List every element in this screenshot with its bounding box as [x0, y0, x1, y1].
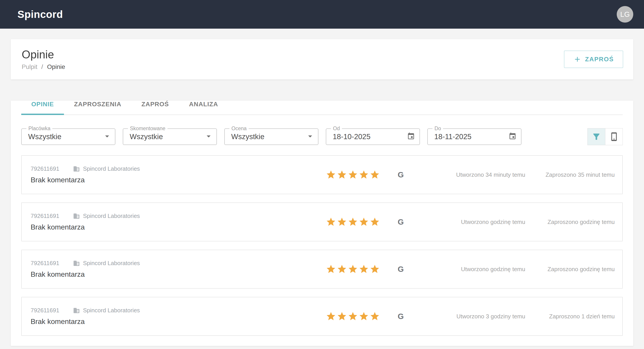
review-created-time: Utworzono godzinę temu [420, 266, 525, 273]
review-id: 792611691 [31, 213, 59, 219]
review-main: 792611691 Spincord Laboratories Brak kom… [31, 213, 326, 231]
filter-skomentowane-label: Skomentowane [128, 126, 168, 132]
review-invited-time: Zaproszono godzinę temu [525, 219, 615, 225]
calendar-icon[interactable] [407, 132, 415, 141]
star-rating [326, 264, 382, 274]
smartphone-icon [609, 132, 619, 141]
view-toggle-group [588, 128, 623, 145]
review-id: 792611691 [31, 307, 59, 314]
review-location: Spincord Laboratories [83, 213, 140, 219]
review-main: 792611691 Spincord Laboratories Brak kom… [31, 165, 326, 184]
filter-date-from-label: Od [331, 126, 342, 132]
page-title: Opinie [22, 48, 65, 61]
review-location: Spincord Laboratories [83, 260, 140, 267]
filter-skomentowane-select[interactable]: Skomentowane Wszystkie [123, 128, 217, 145]
filters-row: Placówka Wszystkie Skomentowane Wszystki… [21, 128, 623, 145]
breadcrumb-current: Opinie [47, 63, 65, 70]
review-invited-time: Zaproszono 1 dzień temu [525, 313, 615, 320]
review-created-time: Utworzono godzinę temu [420, 219, 525, 225]
filter-date-to-label: Do [432, 126, 443, 132]
review-invited-time: Zaproszono 35 minut temu [525, 171, 615, 178]
reviews-list: 792611691 Spincord Laboratories Brak kom… [21, 155, 623, 336]
filter-date-to-value: 18-11-2025 [434, 132, 471, 141]
review-id: 792611691 [31, 260, 59, 267]
tab-analiza[interactable]: ANALIZA [179, 101, 228, 115]
review-comment: Brak komentarza [31, 270, 326, 278]
review-comment: Brak komentarza [31, 317, 326, 326]
review-id: 792611691 [31, 165, 59, 172]
chevron-down-icon [102, 132, 112, 142]
user-avatar[interactable]: LG [617, 6, 633, 23]
review-comment: Brak komentarza [31, 223, 326, 231]
review-main: 792611691 Spincord Laboratories Brak kom… [31, 307, 326, 326]
review-row[interactable]: 792611691 Spincord Laboratories Brak kom… [21, 250, 623, 289]
building-icon [73, 213, 80, 219]
filter-date-from-value: 18-10-2025 [333, 132, 370, 141]
google-source-icon: G [382, 217, 420, 226]
review-location: Spincord Laboratories [83, 165, 140, 172]
review-row[interactable]: 792611691 Spincord Laboratories Brak kom… [21, 202, 623, 241]
building-icon [73, 307, 80, 314]
review-location: Spincord Laboratories [83, 307, 140, 314]
filter-placowka-value: Wszystkie [28, 132, 62, 141]
review-row[interactable]: 792611691 Spincord Laboratories Brak kom… [21, 297, 623, 336]
filter-date-to-input[interactable]: Do 18-11-2025 [427, 128, 522, 145]
building-icon [73, 166, 80, 172]
review-row[interactable]: 792611691 Spincord Laboratories Brak kom… [21, 155, 623, 194]
tab-opinie[interactable]: OPINIE [21, 101, 64, 115]
invite-button[interactable]: ZAPROŚ [564, 51, 623, 68]
top-navigation-bar: Spincord LG [0, 0, 644, 29]
filter-ocena-value: Wszystkie [231, 132, 264, 141]
smartphone-toggle[interactable] [605, 128, 622, 145]
review-invited-time: Zaproszono godzinę temu [525, 266, 615, 273]
star-rating [326, 170, 382, 180]
reviews-panel: OPINIE ZAPROSZENIA ZAPROŚ ANALIZA Placów… [11, 101, 633, 346]
app-logo[interactable]: Spincord [18, 8, 63, 20]
breadcrumb: Pulpit / Opinie [22, 63, 65, 71]
tab-bar: OPINIE ZAPROSZENIA ZAPROŚ ANALIZA [21, 101, 623, 115]
review-created-time: Utworzono 3 godziny temu [420, 313, 525, 320]
chevron-down-icon [204, 132, 213, 142]
star-rating [326, 217, 382, 227]
review-main: 792611691 Spincord Laboratories Brak kom… [31, 260, 326, 278]
filter-funnel-toggle[interactable] [588, 128, 605, 145]
building-icon [73, 260, 80, 267]
filter-skomentowane-value: Wszystkie [130, 132, 163, 141]
filter-funnel-icon [592, 132, 601, 141]
tab-zapros[interactable]: ZAPROŚ [132, 101, 179, 115]
review-comment: Brak komentarza [31, 176, 326, 184]
google-source-icon: G [382, 312, 420, 321]
filter-placowka-select[interactable]: Placówka Wszystkie [21, 128, 116, 145]
google-source-icon: G [382, 265, 420, 274]
breadcrumb-parent[interactable]: Pulpit [22, 63, 37, 70]
filter-ocena-label: Ocena [230, 126, 249, 132]
page-header: Opinie Pulpit / Opinie ZAPROŚ [11, 39, 633, 79]
tab-zaproszenia[interactable]: ZAPROSZENIA [64, 101, 132, 115]
filter-date-from-input[interactable]: Od 18-10-2025 [326, 128, 420, 145]
review-created-time: Utworzono 34 minuty temu [420, 171, 525, 178]
chevron-down-icon [306, 132, 315, 142]
google-source-icon: G [382, 170, 420, 179]
page-header-left: Opinie Pulpit / Opinie [22, 48, 65, 71]
filter-ocena-select[interactable]: Ocena Wszystkie [224, 128, 318, 145]
calendar-icon[interactable] [508, 132, 516, 141]
invite-button-label: ZAPROŚ [585, 56, 614, 63]
star-rating [326, 311, 382, 321]
plus-icon [573, 55, 582, 63]
filter-placowka-label: Placówka [26, 126, 52, 132]
breadcrumb-separator: / [41, 63, 43, 70]
